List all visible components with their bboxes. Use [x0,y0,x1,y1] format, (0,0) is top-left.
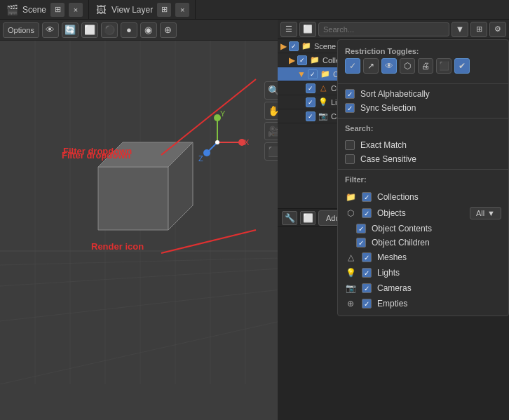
empties-label: Empties [377,299,407,309]
svg-point-25 [203,149,210,156]
viewport-toolbar: Options 👁 🔄 ⬜ ⚫ ● ◉ ⊕ [0,20,280,41]
empties-icon: ⊕ [345,298,356,309]
viewport-mode-icon[interactable]: 👁 [42,22,59,38]
viewport-shading-icon[interactable]: ⬜ [81,22,98,38]
object-children-checkbox[interactable]: ✓ [356,238,366,248]
lights-checkbox[interactable]: ✓ [362,268,372,278]
viewport: Options 👁 🔄 ⬜ ⚫ ● ◉ ⊕ [0,20,280,420]
filter-lights-row[interactable]: 💡 ✓ Lights [338,265,508,280]
object-children-label: Object Children [372,238,430,248]
sync-selection-label: Sync Selection [360,103,416,113]
sort-alphabetically-label: Sort Alphabetically [360,89,430,99]
case-sensitive-label: Case Sensitive [360,154,416,164]
viewlayer-close-btn[interactable]: × [175,3,189,17]
divider3 [338,169,508,170]
empties-checkbox[interactable]: ✓ [362,299,372,309]
filter-object-contents-row[interactable]: ✓ Object Contents [338,222,508,236]
sync-icon[interactable]: ⊞ [470,22,487,37]
sort-alphabetically-checkbox[interactable]: ✓ [345,89,355,99]
restriction-toggles-title: Restriction Toggles: [345,47,501,55]
restriction-hide-icon[interactable]: 👁 [381,58,397,74]
collections-icon: 📁 [345,191,356,203]
case-sensitive-checkbox[interactable] [345,154,355,164]
dropdown-chevron-icon: ▼ [487,209,495,217]
settings-icon[interactable]: ⚙ [489,22,506,37]
svg-marker-13 [98,167,168,230]
filter-popup: Restriction Toggles: ✓ ↗ 👁 ⬡ 🖨 ⬛ ✔ ✓ Sor… [337,39,509,316]
objects-label: Objects [377,208,406,218]
sync-selection-row[interactable]: ✓ Sync Selection [338,101,508,115]
scene-icon: 🎬 [6,4,18,16]
scene-section: 🎬 Scene ⊞ × [0,0,89,19]
cameras-label: Cameras [377,283,412,293]
collections-checkbox[interactable]: ✓ [362,192,372,202]
filter-empties-row[interactable]: ⊕ ✓ Empties [338,296,508,311]
scene-title: Scene [22,5,46,15]
svg-point-23 [214,114,221,121]
meshes-label: Meshes [377,252,407,262]
filter-meshes-row[interactable]: △ ✓ Meshes [338,250,508,265]
scene-content: Y X Z Filter dropdown Filter dropdown Re… [0,41,280,420]
restriction-select-icon[interactable]: ↗ [363,58,379,74]
props-tool-icon[interactable]: 🔧 [282,211,297,225]
svg-point-22 [215,140,219,144]
case-sensitive-row[interactable]: Case Sensitive [338,152,508,166]
svg-point-24 [238,139,245,146]
search-section: Search: [338,121,508,138]
filter-collections-row[interactable]: 📁 ✓ Collections [338,189,508,205]
options-button[interactable]: Options [3,22,39,38]
search-section-title: Search: [345,124,501,133]
scene-tab-btn[interactable]: ⊞ [50,3,65,17]
restriction-check-icon[interactable]: ✓ [345,58,360,74]
meshes-icon: △ [345,252,356,263]
restriction-holdout-icon[interactable]: ⬛ [436,58,452,74]
collections-label: Collections [377,192,419,202]
restriction-toggles-section: Restriction Toggles: ✓ ↗ 👁 ⬡ 🖨 ⬛ ✔ [338,44,508,81]
filter-dropdown-annotation: Filter dropdown [63,146,132,156]
viewport-overlay-icon[interactable]: ⚫ [101,22,118,38]
exact-match-checkbox[interactable] [345,140,355,150]
viewlayer-section: 🖼 View Layer ⊞ × [89,0,196,19]
viewport-toggle2[interactable]: ◉ [140,22,157,38]
outliner-mode-icon[interactable]: ☰ [280,22,297,37]
divider2 [338,118,508,118]
svg-text:Y: Y [220,109,226,118]
filter-objects-row[interactable]: ⬡ ✓ Objects All ▼ [338,205,508,222]
filter-button[interactable]: ▼ [452,22,468,37]
restriction-viewport-icon[interactable]: ⬡ [400,58,415,74]
object-contents-label: Object Contents [372,224,432,233]
exact-match-row[interactable]: Exact Match [338,138,508,152]
scene-close-btn[interactable]: × [69,3,83,17]
objects-icon: ⬡ [345,208,356,219]
viewport-toggle1[interactable]: ● [121,22,137,38]
objects-checkbox[interactable]: ✓ [362,208,372,218]
exact-match-label: Exact Match [360,140,407,150]
sort-alphabetically-row[interactable]: ✓ Sort Alphabetically [338,87,508,101]
restriction-icons-row: ✓ ↗ 👁 ⬡ 🖨 ⬛ ✔ [345,58,501,74]
cameras-icon: 📷 [345,283,356,294]
divider1 [338,83,508,84]
svg-text:Z: Z [198,154,203,163]
viewport-display-icon[interactable]: 🔄 [62,22,79,38]
top-bar: 🎬 Scene ⊞ × 🖼 View Layer ⊞ × [0,0,509,20]
scene-svg: Y X Z [0,41,280,384]
viewport-toggle3[interactable]: ⊕ [160,22,177,38]
restriction-render-icon[interactable]: 🖨 [418,58,433,74]
props-square-icon[interactable]: ⬜ [300,211,315,225]
filter-cameras-row[interactable]: 📷 ✓ Cameras [338,280,508,296]
objects-dropdown: All ▼ [470,207,501,219]
restriction-indirect-icon[interactable]: ✔ [454,58,470,74]
outliner-display-icon[interactable]: ⬜ [299,22,316,37]
viewlayer-icon: 🖼 [95,4,107,16]
filter-section: Filter: [338,172,508,189]
filter-object-children-row[interactable]: ✓ Object Children [338,236,508,250]
sync-selection-checkbox[interactable]: ✓ [345,103,355,113]
object-contents-checkbox[interactable]: ✓ [356,224,366,233]
cameras-checkbox[interactable]: ✓ [362,283,372,293]
objects-dropdown-button[interactable]: All ▼ [470,207,501,219]
outliner-header: ☰ ⬜ ▼ ⊞ ⚙ [278,20,509,39]
outliner-search-input[interactable] [318,22,449,36]
meshes-checkbox[interactable]: ✓ [362,252,372,262]
viewlayer-tab-btn[interactable]: ⊞ [157,3,171,17]
lights-icon: 💡 [345,267,356,278]
